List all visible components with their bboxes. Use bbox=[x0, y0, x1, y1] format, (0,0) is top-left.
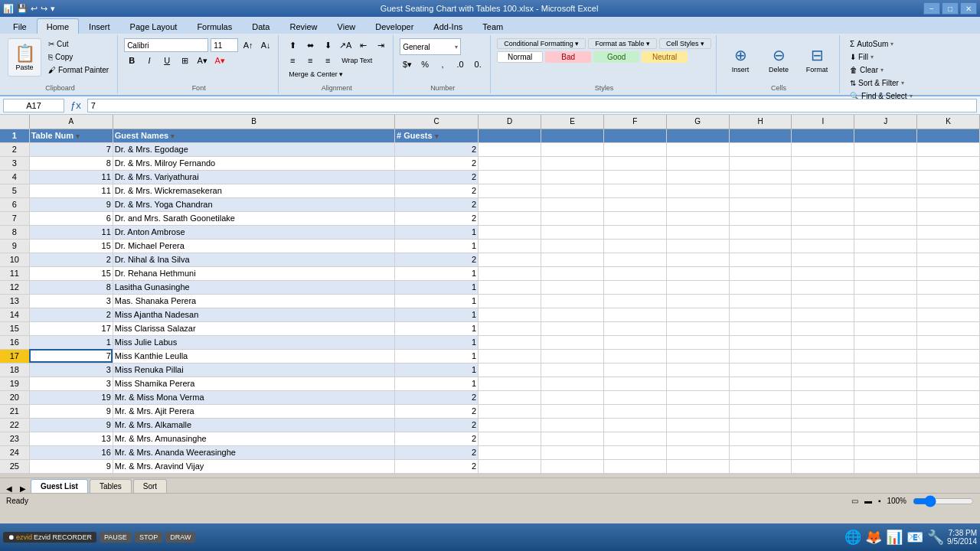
cell-i25[interactable] bbox=[792, 459, 854, 473]
font-size-input[interactable] bbox=[211, 38, 238, 52]
cell-i7[interactable] bbox=[792, 211, 854, 225]
cell-b12[interactable]: Lasitha Gunasinghe bbox=[113, 280, 394, 294]
cut-button[interactable]: ✂ Cut bbox=[44, 38, 113, 50]
sheet-tab-guest-list[interactable]: Guest List bbox=[31, 479, 88, 493]
cell-f3[interactable] bbox=[603, 156, 666, 170]
row-num-1[interactable]: 1 bbox=[0, 129, 29, 142]
cell-k12[interactable] bbox=[917, 280, 980, 294]
cell-b17[interactable]: Miss Kanthie Leulla bbox=[113, 349, 394, 363]
cell-k16[interactable] bbox=[917, 335, 980, 349]
underline-button[interactable]: U bbox=[159, 54, 175, 67]
cell-h12[interactable] bbox=[729, 280, 792, 294]
close-button[interactable]: ✕ bbox=[960, 2, 977, 15]
fill-color-button[interactable]: A▾ bbox=[194, 54, 210, 67]
cell-h21[interactable] bbox=[729, 404, 792, 418]
cell-f19[interactable] bbox=[603, 377, 666, 390]
cell-d4[interactable] bbox=[479, 170, 541, 184]
tab-data[interactable]: Data bbox=[242, 18, 279, 34]
cell-i9[interactable] bbox=[792, 239, 854, 253]
cell-i15[interactable] bbox=[792, 321, 854, 335]
cell-j19[interactable] bbox=[854, 377, 917, 390]
cell-b8[interactable]: Dr. Anton Ambrose bbox=[113, 225, 394, 239]
cell-g8[interactable] bbox=[666, 225, 729, 239]
cell-k19[interactable] bbox=[917, 377, 980, 390]
cell-f2[interactable] bbox=[603, 142, 666, 156]
cell-g15[interactable] bbox=[666, 321, 729, 335]
cell-j23[interactable] bbox=[854, 432, 917, 445]
cell-i2[interactable] bbox=[792, 142, 854, 156]
cell-k4[interactable] bbox=[917, 170, 980, 184]
tab-formulas[interactable]: Formulas bbox=[187, 18, 242, 34]
cell-a21[interactable]: 9 bbox=[29, 404, 113, 418]
cell-d2[interactable] bbox=[479, 142, 541, 156]
cell-h18[interactable] bbox=[729, 363, 792, 377]
maximize-button[interactable]: □ bbox=[942, 2, 959, 15]
cell-a20[interactable]: 19 bbox=[29, 390, 113, 404]
cell-i3[interactable] bbox=[792, 156, 854, 170]
cell-k6[interactable] bbox=[917, 197, 980, 211]
cell-c1[interactable]: # Guests ▾ bbox=[395, 129, 479, 142]
cell-f5[interactable] bbox=[603, 184, 666, 197]
decrease-font-button[interactable]: A↓ bbox=[258, 38, 273, 52]
cell-c22[interactable]: 2 bbox=[395, 418, 479, 432]
cell-g5[interactable] bbox=[666, 184, 729, 197]
cell-i20[interactable] bbox=[792, 390, 854, 404]
cell-a9[interactable]: 15 bbox=[29, 239, 113, 253]
indent-inc-button[interactable]: ⇥ bbox=[373, 38, 388, 52]
delete-cells-button[interactable]: ⊖ Delete bbox=[761, 38, 796, 80]
cell-f1[interactable] bbox=[603, 129, 666, 142]
cell-f13[interactable] bbox=[603, 294, 666, 308]
merge-center-button[interactable]: Merge & Center ▾ bbox=[285, 69, 347, 80]
cell-h20[interactable] bbox=[729, 390, 792, 404]
cell-c2[interactable]: 2 bbox=[395, 142, 479, 156]
sheet-nav-next[interactable]: ▶ bbox=[17, 484, 29, 493]
currency-button[interactable]: $▾ bbox=[400, 57, 415, 71]
row-num-7[interactable]: 7 bbox=[0, 211, 29, 225]
cell-e7[interactable] bbox=[541, 211, 604, 225]
cell-f25[interactable] bbox=[603, 459, 666, 473]
cell-k11[interactable] bbox=[917, 266, 980, 280]
cell-j4[interactable] bbox=[854, 170, 917, 184]
quick-access-redo[interactable]: ↪ bbox=[41, 4, 47, 14]
cell-b5[interactable]: Dr. & Mrs. Wickremasekeran bbox=[113, 184, 394, 197]
cell-d3[interactable] bbox=[479, 156, 541, 170]
cell-a5[interactable]: 11 bbox=[29, 184, 113, 197]
quick-access-undo[interactable]: ↩ bbox=[31, 4, 38, 14]
cell-j8[interactable] bbox=[854, 225, 917, 239]
taskbar-draw[interactable]: DRAW bbox=[165, 532, 195, 543]
cell-c23[interactable]: 2 bbox=[395, 432, 479, 445]
cell-a3[interactable]: 8 bbox=[29, 156, 113, 170]
col-header-h[interactable]: H bbox=[729, 115, 792, 129]
cell-d22[interactable] bbox=[479, 418, 541, 432]
cell-b10[interactable]: Dr. Nihal & Ina Silva bbox=[113, 253, 394, 266]
format-cells-button[interactable]: ⊟ Format bbox=[799, 38, 835, 80]
cell-d14[interactable] bbox=[479, 308, 541, 321]
cell-k20[interactable] bbox=[917, 390, 980, 404]
cell-g23[interactable] bbox=[666, 432, 729, 445]
cell-h11[interactable] bbox=[729, 266, 792, 280]
cell-g20[interactable] bbox=[666, 390, 729, 404]
cell-i11[interactable] bbox=[792, 266, 854, 280]
col-header-a[interactable]: A bbox=[29, 115, 113, 129]
cell-a25[interactable]: 9 bbox=[29, 459, 113, 473]
cell-b3[interactable]: Dr. & Mrs. Milroy Fernando bbox=[113, 156, 394, 170]
cell-g13[interactable] bbox=[666, 294, 729, 308]
cell-e25[interactable] bbox=[541, 459, 604, 473]
cell-e24[interactable] bbox=[541, 445, 604, 459]
tab-add-ins[interactable]: Add-Ins bbox=[423, 18, 472, 34]
cell-h5[interactable] bbox=[729, 184, 792, 197]
col-header-j[interactable]: J bbox=[854, 115, 917, 129]
cell-d8[interactable] bbox=[479, 225, 541, 239]
cell-h14[interactable] bbox=[729, 308, 792, 321]
format-as-table-button[interactable]: Format as Table ▾ bbox=[588, 38, 657, 49]
insert-cells-button[interactable]: ⊕ Insert bbox=[723, 38, 758, 80]
border-button[interactable]: ⊞ bbox=[177, 54, 192, 67]
quick-access-save[interactable]: 💾 bbox=[17, 4, 28, 14]
cell-j10[interactable] bbox=[854, 253, 917, 266]
cell-h7[interactable] bbox=[729, 211, 792, 225]
row-num-18[interactable]: 18 bbox=[0, 363, 29, 377]
normal-style[interactable]: Normal bbox=[497, 51, 543, 63]
cell-j18[interactable] bbox=[854, 363, 917, 377]
cell-e19[interactable] bbox=[541, 377, 604, 390]
cell-a19[interactable]: 3 bbox=[29, 377, 113, 390]
